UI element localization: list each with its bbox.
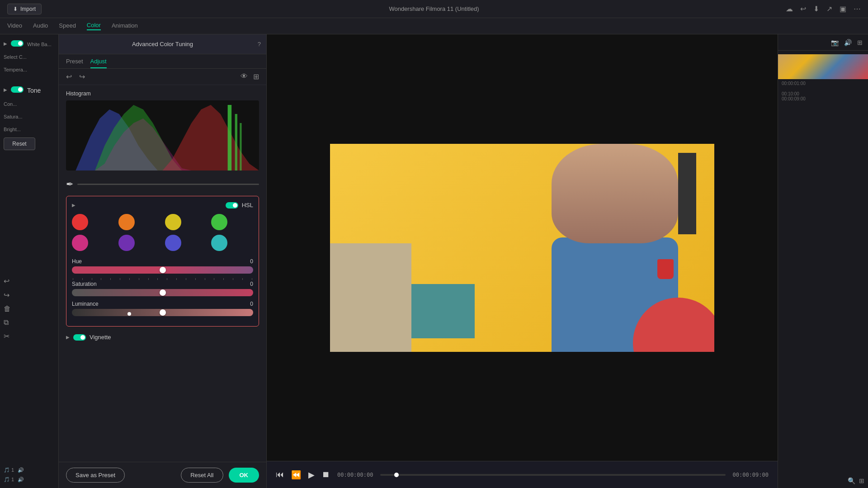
speaker-icon-2[interactable]: 🔊 bbox=[18, 477, 24, 483]
tab-speed[interactable]: Speed bbox=[59, 22, 76, 30]
bottom-icons: ↩ ↪ 🗑 ⧉ ✂ bbox=[4, 277, 55, 341]
app-title: Wondershare Filmora 11 (Untitled) bbox=[389, 5, 479, 12]
swatch-cyan[interactable] bbox=[211, 235, 227, 251]
undo-toolbar-icon[interactable]: ↩ bbox=[66, 72, 72, 81]
hsl-label: HSL bbox=[242, 202, 253, 208]
saturation-label: Satura... bbox=[4, 114, 55, 119]
swatch-red[interactable] bbox=[72, 214, 88, 230]
step-back-button[interactable]: ⏪ bbox=[291, 470, 301, 480]
white-balance-row: ▶ White Ba... bbox=[4, 40, 55, 47]
timeline-info: 00:10:00 00:00:09:00 bbox=[778, 88, 868, 105]
bottom-actions: Save as Preset Reset All OK bbox=[59, 462, 266, 488]
camera-icon[interactable]: 📷 bbox=[831, 39, 839, 46]
video-head bbox=[552, 144, 678, 244]
luminance-slider-thumb[interactable] bbox=[160, 309, 166, 316]
play-button[interactable]: ▶ bbox=[308, 470, 315, 480]
wb-slider[interactable] bbox=[77, 184, 259, 185]
histogram-label: Histogram bbox=[66, 90, 259, 97]
ok-button[interactable]: OK bbox=[229, 468, 259, 483]
reset-all-button[interactable]: Reset All bbox=[181, 468, 223, 483]
time-start-display: 00:00:00:00 bbox=[337, 472, 373, 478]
temperature-label: Tempera... bbox=[4, 67, 55, 72]
save-preset-button[interactable]: Save as Preset bbox=[66, 468, 125, 483]
video-preview bbox=[267, 34, 778, 461]
hsl-header: ▶ HSL bbox=[72, 202, 253, 208]
luminance-slider-track[interactable] bbox=[72, 309, 253, 316]
eyedropper-icon[interactable]: ✒ bbox=[66, 179, 74, 190]
swatch-yellow[interactable] bbox=[165, 214, 181, 230]
cloud-icon[interactable]: ☁ bbox=[786, 5, 793, 13]
white-balance-toggle[interactable] bbox=[11, 40, 24, 47]
top-right-icons: ☁ ↩ ⬇ ↗ ▣ ⋯ bbox=[786, 5, 861, 13]
swatch-blue-purple[interactable] bbox=[165, 235, 181, 251]
grid-icon[interactable]: ⊞ bbox=[253, 72, 259, 81]
tone-label: Tone bbox=[27, 87, 41, 94]
chevron-icon: ▶ bbox=[4, 41, 7, 46]
zoom-in-icon[interactable]: ⊞ bbox=[859, 477, 864, 484]
tone-toggle[interactable] bbox=[11, 86, 24, 93]
tab-video[interactable]: Video bbox=[7, 22, 22, 30]
media-icon-1: 🎵 1 bbox=[4, 467, 14, 473]
help-icon[interactable]: ? bbox=[258, 41, 261, 47]
import-icon: ⬇ bbox=[13, 6, 18, 12]
hsl-toggle[interactable] bbox=[226, 202, 238, 208]
share-icon[interactable]: ↗ bbox=[826, 5, 832, 13]
redo-toolbar-icon[interactable]: ↪ bbox=[79, 72, 85, 81]
media-icon-2: 🎵 1 bbox=[4, 477, 14, 483]
tab-animation[interactable]: Animation bbox=[112, 22, 138, 30]
timeline-header: 📷 🔊 ⊞ bbox=[778, 34, 868, 51]
undo-icon[interactable]: ↩ bbox=[800, 5, 806, 13]
progress-bar[interactable] bbox=[380, 474, 725, 476]
download-icon[interactable]: ⬇ bbox=[813, 5, 819, 13]
hsl-expand-arrow[interactable]: ▶ bbox=[72, 203, 75, 208]
undo-action-icon[interactable]: ↩ bbox=[4, 277, 55, 285]
panel-tabs: Preset Adjust bbox=[59, 54, 266, 69]
tone-chevron-icon: ▶ bbox=[4, 87, 7, 92]
redo-action-icon[interactable]: ↪ bbox=[4, 291, 55, 299]
import-button[interactable]: ⬇ Import bbox=[7, 4, 42, 14]
stop-button[interactable]: ⏹ bbox=[322, 470, 330, 479]
copy-icon[interactable]: ⧉ bbox=[4, 318, 55, 327]
svg-rect-1 bbox=[235, 114, 237, 171]
grid-small-icon[interactable]: ⊞ bbox=[857, 39, 863, 46]
vignette-expand-icon[interactable]: ▶ bbox=[66, 335, 70, 340]
saturation-slider-thumb[interactable] bbox=[160, 289, 166, 296]
video-mug bbox=[657, 259, 674, 279]
swatch-orange[interactable] bbox=[118, 214, 135, 230]
saturation-slider-track[interactable] bbox=[72, 289, 253, 296]
select-color-label: Select C... bbox=[4, 54, 55, 60]
paste-icon[interactable]: ✂ bbox=[4, 332, 55, 341]
progress-dot[interactable] bbox=[394, 473, 399, 477]
video-controls: ⏮ ⏪ ▶ ⏹ 00:00:00:00 00:00:09:00 bbox=[267, 461, 778, 488]
time-end-display: 00:00:09:00 bbox=[733, 472, 769, 478]
tab-color[interactable]: Color bbox=[87, 22, 101, 30]
hue-value: 0 bbox=[250, 258, 253, 265]
reset-button[interactable]: Reset bbox=[4, 137, 35, 150]
timeline-zoom-end: 00:00:09:00 bbox=[782, 96, 864, 101]
speaker-icon-1[interactable]: 🔊 bbox=[18, 467, 24, 473]
zoom-out-icon[interactable]: 🔍 bbox=[848, 477, 855, 484]
luminance-value: 0 bbox=[250, 301, 253, 307]
settings-icon[interactable]: ⋯ bbox=[854, 5, 861, 13]
tick-marks bbox=[72, 278, 253, 280]
white-balance-tool: ✒ bbox=[59, 176, 266, 192]
timeline-time-marker: 00:00:01:00 bbox=[782, 81, 806, 86]
tab-audio[interactable]: Audio bbox=[33, 22, 48, 30]
preview-icon[interactable]: ▣ bbox=[840, 5, 846, 13]
swatch-green[interactable] bbox=[211, 214, 227, 230]
saturation-value: 0 bbox=[250, 281, 253, 287]
panel-toolbar: ↩ ↪ 👁 ⊞ bbox=[59, 69, 266, 85]
speaker-small-icon[interactable]: 🔊 bbox=[844, 39, 852, 46]
hue-slider-thumb[interactable] bbox=[160, 267, 166, 273]
hue-slider-track[interactable] bbox=[72, 266, 253, 274]
skip-back-button[interactable]: ⏮ bbox=[276, 470, 284, 479]
delete-icon[interactable]: 🗑 bbox=[4, 305, 55, 313]
tab-adjust[interactable]: Adjust bbox=[90, 58, 107, 68]
swatch-magenta[interactable] bbox=[72, 235, 88, 251]
tab-preset[interactable]: Preset bbox=[66, 58, 83, 68]
swatch-purple[interactable] bbox=[118, 235, 135, 251]
timeline-times: 00:00:01:00 bbox=[778, 79, 868, 88]
hsl-section: ▶ HSL Hue 0 bbox=[66, 196, 259, 327]
vignette-toggle[interactable] bbox=[73, 334, 86, 341]
eye-icon[interactable]: 👁 bbox=[241, 72, 248, 81]
